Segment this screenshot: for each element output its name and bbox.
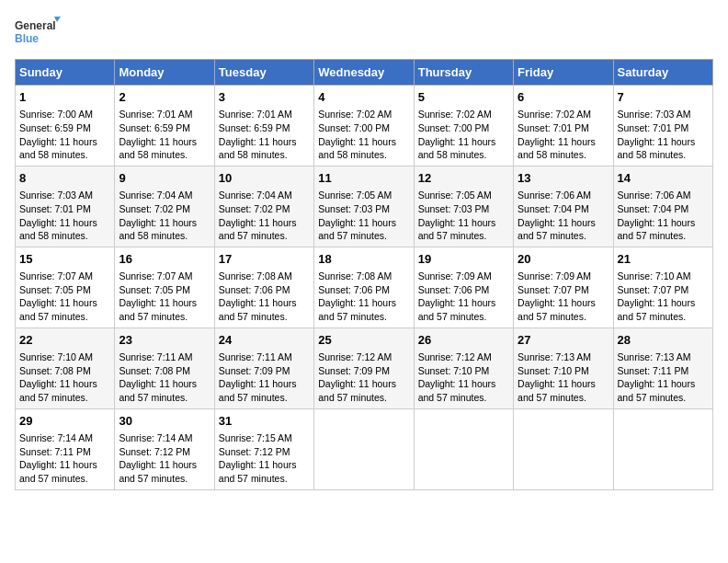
sunrise-text: Sunrise: 7:13 AM	[518, 351, 591, 362]
sunrise-text: Sunrise: 7:05 AM	[318, 190, 392, 201]
calendar-cell: 22 Sunrise: 7:10 AM Sunset: 7:08 PM Dayl…	[16, 327, 115, 408]
sunrise-text: Sunrise: 7:14 AM	[19, 432, 93, 443]
header-saturday: Saturday	[613, 60, 712, 86]
daylight-text: Daylight: 11 hours	[219, 297, 297, 308]
calendar-cell: 9 Sunrise: 7:04 AM Sunset: 7:02 PM Dayli…	[115, 166, 214, 247]
sunrise-text: Sunrise: 7:11 AM	[219, 351, 292, 362]
day-number: 29	[19, 413, 110, 430]
calendar-cell: 26 Sunrise: 7:12 AM Sunset: 7:10 PM Dayl…	[414, 327, 513, 408]
sunrise-text: Sunrise: 7:14 AM	[119, 432, 192, 443]
header-row: SundayMondayTuesdayWednesdayThursdayFrid…	[16, 60, 713, 86]
sunrise-text: Sunrise: 7:13 AM	[618, 351, 691, 362]
sunrise-text: Sunrise: 7:03 AM	[618, 109, 691, 120]
daylight-minutes: and 57 minutes.	[119, 473, 188, 484]
daylight-text: Daylight: 11 hours	[618, 136, 696, 147]
daylight-text: Daylight: 11 hours	[119, 217, 197, 228]
day-number: 5	[418, 89, 509, 106]
sunset-text: Sunset: 7:07 PM	[518, 284, 589, 295]
day-number: 16	[119, 251, 210, 268]
calendar-cell: 14 Sunrise: 7:06 AM Sunset: 7:04 PM Dayl…	[613, 166, 712, 247]
daylight-minutes: and 58 minutes.	[618, 149, 687, 160]
sunset-text: Sunset: 7:04 PM	[518, 203, 589, 214]
daylight-minutes: and 57 minutes.	[219, 392, 288, 403]
daylight-minutes: and 57 minutes.	[618, 230, 687, 241]
day-number: 24	[219, 332, 310, 349]
daylight-minutes: and 57 minutes.	[618, 311, 687, 322]
daylight-minutes: and 57 minutes.	[119, 311, 188, 322]
sunset-text: Sunset: 7:00 PM	[318, 122, 390, 133]
day-number: 7	[618, 89, 709, 106]
sunrise-text: Sunrise: 7:07 AM	[119, 270, 192, 282]
sunrise-text: Sunrise: 7:05 AM	[418, 190, 492, 201]
calendar-cell: 18 Sunrise: 7:08 AM Sunset: 7:06 PM Dayl…	[314, 247, 414, 327]
sunrise-text: Sunrise: 7:06 AM	[618, 190, 691, 201]
sunrise-text: Sunrise: 7:00 AM	[19, 109, 93, 120]
svg-text:General: General	[15, 19, 56, 32]
sunrise-text: Sunrise: 7:02 AM	[518, 109, 591, 120]
sunset-text: Sunset: 7:06 PM	[418, 284, 490, 295]
sunrise-text: Sunrise: 7:03 AM	[19, 190, 93, 201]
header: General Blue	[15, 15, 713, 52]
day-number: 9	[119, 170, 210, 187]
daylight-text: Daylight: 11 hours	[318, 136, 396, 147]
header-sunday: Sunday	[16, 60, 115, 86]
sunset-text: Sunset: 7:08 PM	[119, 365, 190, 376]
sunset-text: Sunset: 7:06 PM	[219, 284, 290, 295]
daylight-text: Daylight: 11 hours	[19, 217, 97, 228]
calendar-cell: 10 Sunrise: 7:04 AM Sunset: 7:02 PM Dayl…	[214, 166, 313, 247]
day-number: 4	[318, 89, 409, 106]
sunset-text: Sunset: 7:11 PM	[618, 365, 689, 376]
week-row-4: 22 Sunrise: 7:10 AM Sunset: 7:08 PM Dayl…	[16, 327, 713, 408]
day-number: 19	[418, 251, 509, 268]
day-number: 13	[518, 170, 609, 187]
daylight-minutes: and 57 minutes.	[119, 392, 188, 403]
sunrise-text: Sunrise: 7:12 AM	[318, 351, 392, 362]
calendar-cell	[514, 408, 613, 489]
calendar-cell: 30 Sunrise: 7:14 AM Sunset: 7:12 PM Dayl…	[115, 408, 214, 489]
day-number: 12	[418, 170, 509, 187]
day-number: 20	[518, 251, 609, 268]
daylight-text: Daylight: 11 hours	[518, 378, 596, 389]
daylight-text: Daylight: 11 hours	[19, 297, 97, 308]
week-row-1: 1 Sunrise: 7:00 AM Sunset: 6:59 PM Dayli…	[16, 86, 713, 167]
daylight-text: Daylight: 11 hours	[518, 136, 596, 147]
day-number: 10	[219, 170, 310, 187]
daylight-minutes: and 57 minutes.	[219, 230, 288, 241]
day-number: 17	[219, 251, 310, 268]
calendar-cell: 11 Sunrise: 7:05 AM Sunset: 7:03 PM Dayl…	[314, 166, 414, 247]
day-number: 11	[318, 170, 409, 187]
daylight-text: Daylight: 11 hours	[219, 136, 297, 147]
sunrise-text: Sunrise: 7:11 AM	[119, 351, 192, 362]
header-friday: Friday	[514, 60, 613, 86]
sunset-text: Sunset: 7:07 PM	[618, 284, 689, 295]
daylight-text: Daylight: 11 hours	[219, 378, 297, 389]
calendar-cell: 7 Sunrise: 7:03 AM Sunset: 7:01 PM Dayli…	[613, 86, 712, 167]
daylight-text: Daylight: 11 hours	[618, 217, 696, 228]
daylight-minutes: and 57 minutes.	[418, 311, 487, 322]
daylight-text: Daylight: 11 hours	[119, 136, 197, 147]
sunrise-text: Sunrise: 7:02 AM	[318, 109, 392, 120]
calendar-cell: 2 Sunrise: 7:01 AM Sunset: 6:59 PM Dayli…	[115, 86, 214, 167]
sunrise-text: Sunrise: 7:04 AM	[119, 190, 192, 201]
calendar-cell: 28 Sunrise: 7:13 AM Sunset: 7:11 PM Dayl…	[613, 327, 712, 408]
sunset-text: Sunset: 7:02 PM	[119, 203, 190, 214]
daylight-minutes: and 57 minutes.	[19, 473, 88, 484]
sunset-text: Sunset: 7:03 PM	[418, 203, 490, 214]
daylight-text: Daylight: 11 hours	[618, 378, 696, 389]
sunrise-text: Sunrise: 7:10 AM	[19, 351, 93, 362]
daylight-text: Daylight: 11 hours	[19, 136, 97, 147]
daylight-text: Daylight: 11 hours	[418, 297, 496, 308]
calendar-cell	[414, 408, 513, 489]
daylight-minutes: and 58 minutes.	[119, 230, 188, 241]
daylight-minutes: and 57 minutes.	[318, 230, 387, 241]
week-row-5: 29 Sunrise: 7:14 AM Sunset: 7:11 PM Dayl…	[16, 408, 713, 489]
daylight-minutes: and 57 minutes.	[518, 311, 586, 322]
calendar-cell: 20 Sunrise: 7:09 AM Sunset: 7:07 PM Dayl…	[514, 247, 613, 327]
day-number: 14	[618, 170, 709, 187]
daylight-minutes: and 58 minutes.	[318, 149, 387, 160]
day-number: 8	[19, 170, 110, 187]
sunrise-text: Sunrise: 7:08 AM	[318, 270, 392, 282]
calendar-cell: 25 Sunrise: 7:12 AM Sunset: 7:09 PM Dayl…	[314, 327, 414, 408]
sunset-text: Sunset: 7:00 PM	[418, 122, 490, 133]
daylight-text: Daylight: 11 hours	[119, 378, 197, 389]
